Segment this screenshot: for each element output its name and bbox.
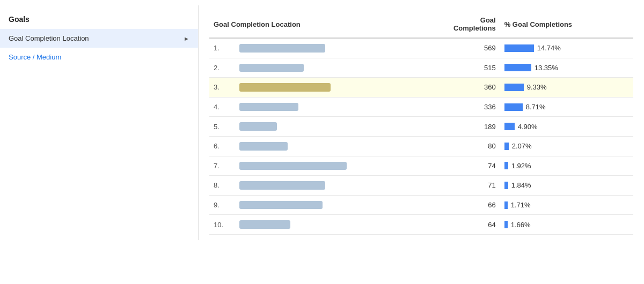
- pct-label: 1.92%: [511, 162, 531, 170]
- header-location: Goal Completion Location: [209, 11, 400, 38]
- sidebar-item-label: Goal Completion Location: [9, 34, 89, 42]
- pct-bar: [504, 103, 523, 111]
- pct-bar: [504, 44, 534, 52]
- pct-label: 8.71%: [526, 103, 546, 111]
- pct-bar: [504, 162, 508, 169]
- pct-cell: 8.71%: [500, 97, 633, 117]
- pct-label: 1.71%: [511, 201, 531, 209]
- pct-bar: [504, 64, 531, 71]
- pct-label: 14.74%: [537, 44, 561, 52]
- pct-cell: 13.35%: [500, 58, 633, 78]
- rank-cell: 4.: [209, 97, 235, 117]
- location-cell: [235, 156, 400, 176]
- location-cell: [235, 58, 400, 78]
- pct-bar: [504, 123, 515, 130]
- completions-cell: 515: [400, 58, 500, 78]
- goals-table: Goal Completion Location GoalCompletions…: [209, 11, 633, 235]
- pct-cell: 14.74%: [500, 38, 633, 58]
- completions-cell: 71: [400, 176, 500, 196]
- table-row: 2. 51513.35%: [209, 58, 633, 78]
- pct-bar: [504, 84, 524, 91]
- table-row: 5. 1894.90%: [209, 117, 633, 137]
- pct-bar: [504, 182, 508, 189]
- sidebar-title: Goals: [0, 11, 198, 29]
- pct-cell: 2.07%: [500, 136, 633, 156]
- rank-cell: 3.: [209, 78, 235, 98]
- pct-bar: [504, 201, 508, 209]
- location-cell: [235, 195, 400, 215]
- pct-label: 2.07%: [512, 142, 532, 150]
- table-row: 8. 711.84%: [209, 176, 633, 196]
- table-row: 10. 641.66%: [209, 215, 633, 235]
- pct-bar: [504, 221, 508, 228]
- location-cell: [235, 78, 400, 98]
- table-row: 3. 3609.33%: [209, 78, 633, 98]
- completions-cell: 66: [400, 195, 500, 215]
- pct-cell: 1.84%: [500, 176, 633, 196]
- rank-cell: 1.: [209, 38, 235, 58]
- table-row: 6. 802.07%: [209, 136, 633, 156]
- pct-label: 4.90%: [518, 123, 538, 131]
- header-completions: GoalCompletions: [400, 11, 500, 38]
- rank-cell: 7.: [209, 156, 235, 176]
- location-cell: [235, 38, 400, 58]
- sidebar-item-source-medium[interactable]: Source / Medium: [0, 48, 198, 66]
- main-content: Goal Completion Location GoalCompletions…: [199, 5, 644, 240]
- completions-cell: 336: [400, 97, 500, 117]
- completions-cell: 360: [400, 78, 500, 98]
- rank-cell: 5.: [209, 117, 235, 137]
- rank-cell: 9.: [209, 195, 235, 215]
- location-cell: [235, 136, 400, 156]
- location-cell: [235, 117, 400, 137]
- pct-cell: 1.66%: [500, 215, 633, 235]
- sidebar-item-goal-completion-location[interactable]: Goal Completion Location ►: [0, 29, 198, 48]
- completions-cell: 569: [400, 38, 500, 58]
- pct-cell: 1.92%: [500, 156, 633, 176]
- pct-label: 13.35%: [535, 64, 558, 72]
- rank-cell: 8.: [209, 176, 235, 196]
- pct-cell: 9.33%: [500, 78, 633, 98]
- sidebar: Goals Goal Completion Location ► Source …: [0, 5, 199, 240]
- completions-cell: 189: [400, 117, 500, 137]
- chevron-right-icon: ►: [184, 35, 189, 42]
- rank-cell: 6.: [209, 136, 235, 156]
- pct-label: 1.84%: [511, 181, 531, 189]
- rank-cell: 2.: [209, 58, 235, 78]
- pct-label: 1.66%: [511, 221, 531, 229]
- pct-cell: 4.90%: [500, 117, 633, 137]
- table-row: 9. 661.71%: [209, 195, 633, 215]
- rank-cell: 10.: [209, 215, 235, 235]
- table-row: 7. 741.92%: [209, 156, 633, 176]
- location-cell: [235, 97, 400, 117]
- pct-label: 9.33%: [527, 83, 547, 91]
- completions-cell: 64: [400, 215, 500, 235]
- completions-cell: 74: [400, 156, 500, 176]
- header-pct: % Goal Completions: [500, 11, 633, 38]
- pct-bar: [504, 143, 509, 150]
- location-cell: [235, 176, 400, 196]
- completions-cell: 80: [400, 136, 500, 156]
- table-row: 1. 56914.74%: [209, 38, 633, 58]
- table-row: 4. 3368.71%: [209, 97, 633, 117]
- pct-cell: 1.71%: [500, 195, 633, 215]
- location-cell: [235, 215, 400, 235]
